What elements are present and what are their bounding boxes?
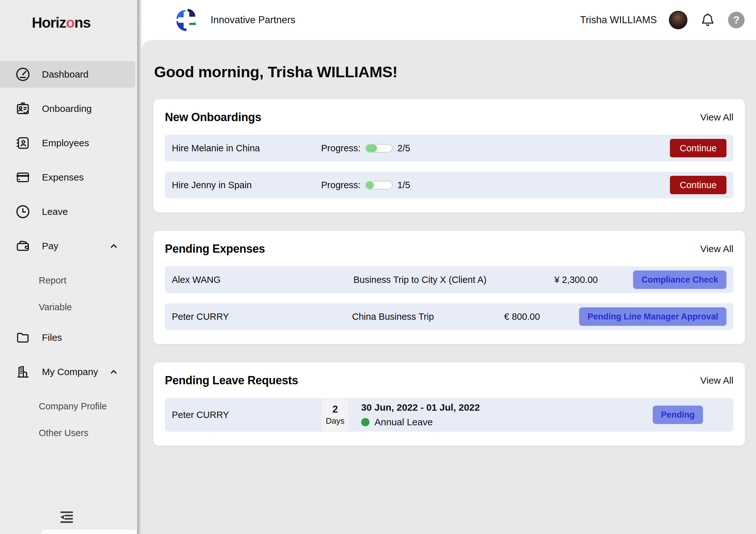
wallet-icon [14,238,31,254]
expense-amount: € 800.00 [465,312,579,322]
logo-accent-o: o [66,14,75,31]
onboarding-title: Hire Jenny in Spain [172,180,321,190]
pending-expenses-card: Pending Expenses View All Alex WANG Busi… [153,231,745,344]
sidebar-item-label: Onboarding [42,103,92,114]
folder-icon [14,329,31,346]
sidebar-item-label: Files [42,332,62,343]
status-badge[interactable]: Pending [653,406,703,424]
progress-bar [365,181,392,189]
company-name: Innovative Partners [211,14,295,26]
sidebar: Horizons Dashboard Onboa [0,0,137,534]
sidebar-item-report[interactable]: Report [0,267,137,294]
employee-name: Alex WANG [172,275,321,285]
new-onboardings-card: New Onboardings View All Hire Melanie in… [153,99,745,212]
contacts-book-icon [14,135,31,151]
collapse-sidebar-icon[interactable] [57,507,76,527]
sidebar-item-files[interactable]: Files [0,324,137,351]
sidebar-item-company-profile[interactable]: Company Profile [0,393,137,420]
progress-label: Progress: [321,180,361,190]
sidebar-item-label: Leave [42,206,68,217]
sidebar-item-onboarding[interactable]: Onboarding [0,95,137,122]
sidebar-item-label: Expenses [42,172,84,183]
top-bar-actions: Trisha WILLIAMS ? [580,11,744,29]
content-area: Good morning, Trisha WILLIAMS! New Onboa… [141,40,756,534]
expense-description: China Business Trip [321,312,465,322]
progress-bar [365,144,392,153]
leave-request-row: Peter CURRY 2 Days 30 Jun, 2022 - 01 Jul… [165,398,734,432]
view-all-link[interactable]: View All [700,243,734,254]
onboarding-row: Hire Melanie in China Progress: 2/5 Cont… [165,135,734,161]
status-badge[interactable]: Compliance Check [633,270,726,289]
card-title: Pending Expenses [165,242,265,256]
chevron-up-icon [108,366,120,378]
sidebar-item-label: Employees [42,138,89,149]
leave-days-cell: 2 Days [321,398,349,432]
leave-date-range: 30 Jun, 2022 - 01 Jul, 2022 [361,402,480,413]
sidebar-item-variable[interactable]: Variable [0,294,137,321]
sidebar-item-leave[interactable]: Leave [0,198,137,225]
card-title: Pending Leave Requests [165,374,298,387]
expense-row: Peter CURRY China Business Trip € 800.00… [165,303,734,330]
progress-group: Progress: 2/5 [321,143,410,154]
top-bar: Innovative Partners Trisha WILLIAMS ? [141,0,756,40]
progress-label: Progress: [321,143,361,154]
sidebar-divider [137,0,141,534]
progress-fraction: 1/5 [397,180,410,190]
expense-row: Alex WANG Business Trip to City X (Clien… [165,267,734,293]
leave-days-value: 2 [332,404,338,415]
user-name[interactable]: Trisha WILLIAMS [580,14,657,26]
expense-amount: ¥ 2,300.00 [519,275,633,285]
sidebar-item-employees[interactable]: Employees [0,130,137,156]
leave-info: 30 Jun, 2022 - 01 Jul, 2022 Annual Leave [361,402,480,428]
sidebar-nav: Dashboard Onboarding [0,61,137,446]
help-icon[interactable]: ? [728,12,744,28]
bell-icon[interactable] [699,12,716,28]
page-title: Good morning, Trisha WILLIAMS! [154,63,745,81]
sidebar-item-label: Dashboard [42,69,89,80]
leave-type-label: Annual Leave [374,417,433,428]
progress-fraction: 2/5 [397,143,410,154]
status-badge[interactable]: Pending Line Manager Approval [579,307,726,326]
chevron-up-icon [108,240,120,252]
onboarding-row: Hire Jenny in Spain Progress: 1/5 Contin… [165,172,734,198]
avatar[interactable] [669,11,688,29]
blue-cross-logo-icon [173,7,200,33]
speedometer-icon [14,66,31,83]
credit-card-icon [14,169,31,185]
building-icon [14,364,31,380]
employee-name: Peter CURRY [172,312,321,322]
app-window: Horizons Dashboard Onboa [0,0,756,534]
progress-group: Progress: 1/5 [321,180,410,190]
clock-icon [14,204,31,220]
sidebar-item-dashboard[interactable]: Dashboard [0,61,135,88]
view-all-link[interactable]: View All [700,112,734,123]
card-title: New Onboardings [165,111,261,124]
leave-type-dot-icon [361,418,369,426]
continue-button[interactable]: Continue [670,139,726,157]
leave-days-unit: Days [326,416,344,426]
pending-leave-requests-card: Pending Leave Requests View All Peter CU… [153,362,745,446]
employee-name: Peter CURRY [172,410,321,420]
horizons-logo: Horizons [0,0,137,31]
view-all-link[interactable]: View All [700,375,734,386]
expense-description: Business Trip to City X (Client A) [321,275,519,285]
bottom-edge-decoration [41,529,137,534]
sidebar-item-pay[interactable]: Pay [0,233,137,259]
main-panel: Innovative Partners Trisha WILLIAMS ? Go… [141,0,756,534]
sidebar-item-label: My Company [42,367,98,377]
sidebar-item-expenses[interactable]: Expenses [0,164,137,191]
sidebar-item-other-users[interactable]: Other Users [0,420,137,446]
id-card-icon [14,100,31,117]
onboarding-title: Hire Melanie in China [172,143,321,154]
sidebar-item-label: Pay [42,240,59,251]
sidebar-item-my-company[interactable]: My Company [0,358,137,385]
continue-button[interactable]: Continue [670,176,726,194]
